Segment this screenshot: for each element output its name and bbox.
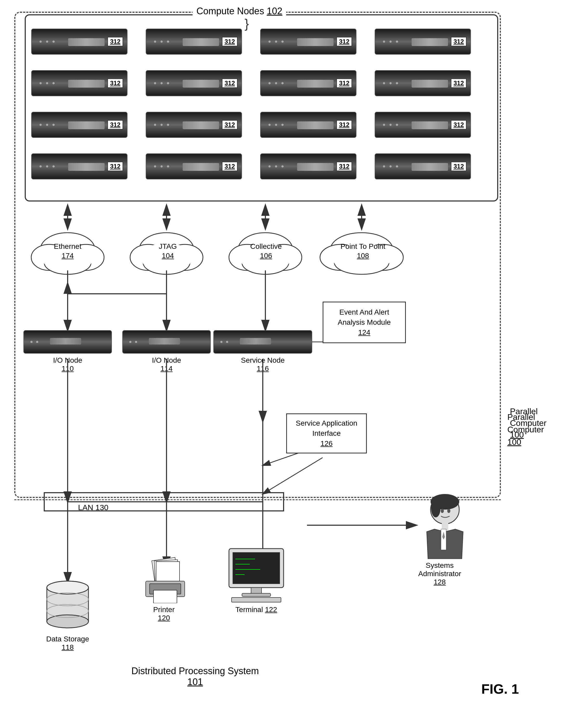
svg-point-73 (431, 499, 441, 517)
blade-server: 312 (31, 153, 127, 179)
blade-server: 312 (375, 70, 471, 96)
blade-server: 312 (375, 29, 471, 55)
collective-label: Collective106 (248, 242, 283, 261)
point-to-point-label: Point To Point108 (340, 242, 386, 261)
blade-server: 312 (146, 29, 242, 55)
blade-server: 312 (146, 70, 242, 96)
service-app-interface-box: Service Application Interface126 (286, 413, 367, 453)
data-storage: Data Storage118 (44, 580, 91, 652)
blade-server: 312 (31, 70, 127, 96)
io-node-114: I/O Node114 (122, 330, 211, 373)
blade-server: 312 (31, 29, 127, 55)
service-node-116: Service Node116 (213, 330, 312, 373)
terminal: Terminal 122 (224, 546, 289, 614)
blade-server: 312 (375, 112, 471, 138)
page: ParallelComputer100 Compute Nodes 102 } … (0, 0, 569, 728)
blade-server: 312 (260, 29, 357, 55)
jtag-label: JTAG104 (151, 242, 185, 261)
svg-rect-70 (231, 597, 281, 602)
blade-server: 312 (260, 112, 357, 138)
svg-rect-63 (233, 553, 280, 584)
parallel-computer-text: ParallelComputer100 (507, 411, 544, 448)
systems-administrator: SystemsAdministrator128 (411, 494, 468, 586)
svg-point-53 (47, 581, 88, 594)
blade-server: 312 (146, 112, 242, 138)
blade-server: 312 (31, 112, 127, 138)
ethernet-label: Ethernet174 (49, 242, 86, 261)
blade-server: 312 (260, 153, 357, 179)
blade-server: 312 (375, 153, 471, 179)
distributed-processing-label: Distributed Processing System 101 (78, 666, 312, 687)
compute-nodes-label: Compute Nodes 102 (192, 6, 286, 17)
blade-servers-grid: 312 312 312 312 312 312 312 312 312 312 … (31, 29, 484, 190)
printer: Printer120 (138, 556, 190, 622)
blade-server: 312 (146, 153, 242, 179)
lan-label: LAN 130 (78, 503, 108, 512)
blade-server: 312 (260, 70, 357, 96)
svg-rect-61 (153, 590, 177, 603)
svg-point-75 (447, 509, 450, 513)
svg-point-74 (441, 509, 444, 513)
fig-label: FIG. 1 (481, 681, 519, 697)
svg-point-52 (47, 615, 88, 628)
event-alert-box: Event And Alert Analysis Module124 (323, 302, 406, 343)
svg-rect-69 (242, 593, 270, 596)
io-node-110: I/O Node110 (23, 330, 112, 373)
